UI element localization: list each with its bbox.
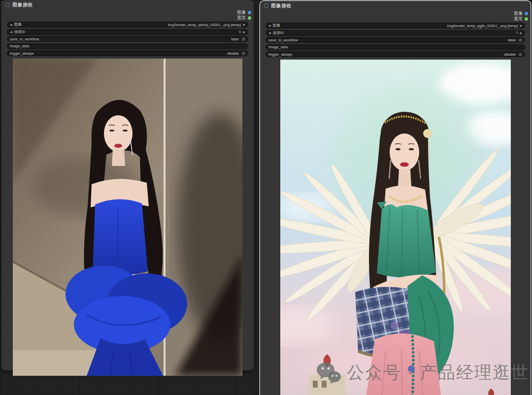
toggle-knob-icon[interactable] [519,53,522,56]
widget-trigger-always[interactable]: trigger_always disable [7,50,248,56]
widget-value: ImgSender_temp_qgjfx_00001_.png [temp] [282,24,518,28]
image-port-icon[interactable] [525,12,528,15]
widget-label: save_to_workflow [10,37,39,41]
preview-image-angel-wings [280,60,511,395]
combo-left-arrow-icon[interactable]: ◀ [10,23,12,26]
widget-label: trigger_always [10,51,33,56]
combo-left-arrow-icon[interactable]: ◀ [268,32,271,34]
widget-value: false [300,38,516,42]
output-image: 图像 [260,11,531,16]
node-widgets: ◀ 图像 ImgSender_temp_qgjfx_00001_.png [te… [260,23,531,57]
widget-label: image_data [268,45,288,49]
widget-value: disable [294,52,516,57]
toggle-knob-icon[interactable] [519,38,522,42]
output-image: 图像 [1,10,254,15]
widget-label: 图像 [14,22,22,27]
widget-value: disable [35,51,239,56]
output-mask-label: 遮罩 [237,15,246,21]
combo-left-arrow-icon[interactable]: ◀ [268,24,271,27]
combo-right-arrow-icon[interactable]: ▶ [520,32,522,34]
angel-wings-photo [280,60,511,395]
widget-label: trigger_always [268,52,292,57]
combo-left-arrow-icon[interactable]: ◀ [10,31,12,33]
widget-value: false [41,37,239,41]
mask-port-icon[interactable] [248,16,251,20]
widget-link-id[interactable]: ◀ 连接ID 0 ▶ [7,29,248,35]
toggle-knob-icon[interactable] [242,52,245,55]
widget-trigger-always[interactable]: trigger_always disable [266,51,525,57]
widget-image-data[interactable]: image_data [266,44,525,50]
output-mask-label: 遮罩 [514,16,523,22]
toggle-knob-icon[interactable] [242,37,245,41]
widget-image-combo[interactable]: ◀ 图像 ImgSender_temp_qgjfx_00001_.png [te… [266,23,525,29]
node-image-receive-2[interactable]: 图像接收 图像 遮罩 ◀ 图像 ImgSender_temp_qgjfx_000… [260,1,531,395]
widget-link-id[interactable]: ◀ 连接ID 7 ▶ [266,30,525,36]
widget-label: 图像 [273,23,280,28]
collapse-dot-icon[interactable] [264,3,268,8]
image-port-icon[interactable] [248,11,251,14]
node-outputs: 图像 遮罩 [1,10,254,20]
node-editor-canvas[interactable]: { "ui_colors": { "canvas_bg": "#222222",… [0,0,532,395]
widget-image-combo[interactable]: ◀ 图像 ImgSender_temp_qbmej_00001_.png [te… [7,22,248,28]
widget-image-data[interactable]: image_data [7,43,248,49]
output-mask: 遮罩 [260,16,531,21]
combo-right-arrow-icon[interactable]: ▶ [243,23,245,26]
combo-right-arrow-icon[interactable]: ▶ [520,24,522,27]
node-title: 图像接收 [12,1,33,8]
node-outputs: 图像 遮罩 [260,11,531,21]
node-widgets: ◀ 图像 ImgSender_temp_qbmej_00001_.png [te… [1,22,254,56]
blue-dress-photo [13,59,242,376]
output-mask: 遮罩 [1,15,254,20]
widget-label: save_to_workflow [268,38,298,42]
widget-label: image_data [10,44,29,48]
widget-save-to-workflow[interactable]: save_to_workflow false [7,36,248,42]
widget-value: 7 [286,31,518,35]
collapse-dot-icon[interactable] [5,2,10,7]
widget-value: ImgSender_temp_qbmej_00001_.png [temp] [24,23,241,27]
preview-image-blue-dress [13,59,242,376]
widget-value: 0 [27,30,241,34]
node-title: 图像接收 [271,2,292,9]
combo-right-arrow-icon[interactable]: ▶ [243,31,245,33]
node-titlebar[interactable]: 图像接收 [1,0,254,8]
widget-save-to-workflow[interactable]: save_to_workflow false [266,37,525,43]
node-image-receive-1[interactable]: 图像接收 图像 遮罩 ◀ 图像 ImgSender_temp_qbmej_000… [1,0,254,370]
mask-port-icon[interactable] [525,17,528,21]
widget-label: 连接ID [14,30,26,34]
widget-label: 连接ID [273,31,284,35]
node-titlebar[interactable]: 图像接收 [260,1,531,9]
